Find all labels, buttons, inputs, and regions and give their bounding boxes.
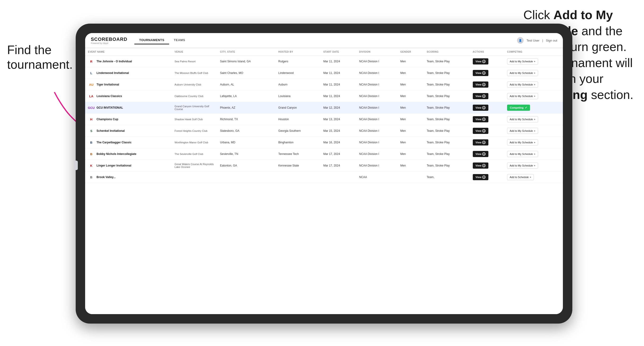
hosted-by-cell: Georgia Southern <box>276 125 320 137</box>
table-row: B The Carpetbagger Classic Worthington M… <box>85 137 563 148</box>
venue-cell: The Sevierville Golf Club <box>172 148 217 160</box>
action-cell: View ⊙ <box>470 79 504 90</box>
col-event-name: EVENT NAME <box>85 48 172 56</box>
add-schedule-button[interactable]: Add to Schedule + <box>507 174 534 180</box>
add-schedule-button[interactable]: Add to My Schedule + <box>507 163 538 169</box>
view-icon: ⊙ <box>482 175 486 179</box>
division-cell: NCAA Division I <box>356 114 398 125</box>
team-logo: LA <box>88 93 94 99</box>
competing-cell: Add to My Schedule + <box>504 125 563 137</box>
division-cell: NCAA Division I <box>356 56 398 67</box>
gender-cell: Men <box>398 125 424 137</box>
scoring-cell: Team, Stroke Play <box>424 102 470 114</box>
hosted-by-cell: Houston <box>276 114 320 125</box>
action-cell: View ⊙ <box>470 160 504 172</box>
check-icon: ✓ <box>525 106 527 109</box>
sidebar-toggle[interactable] <box>74 161 78 170</box>
add-schedule-label: Add to My Schedule <box>510 72 533 74</box>
view-button[interactable]: View ⊙ <box>473 105 488 111</box>
view-icon: ⊙ <box>482 118 486 121</box>
division-cell: NCAA Division I <box>356 102 398 114</box>
scoring-cell: Team, Stroke Play <box>424 56 470 67</box>
col-division: DIVISION <box>356 48 398 56</box>
view-button[interactable]: View ⊙ <box>473 81 488 88</box>
event-name-cell: B The Carpetbagger Classic <box>85 137 172 148</box>
add-schedule-button[interactable]: Add to My Schedule + <box>507 70 538 76</box>
scoring-cell: Team, <box>424 172 470 183</box>
view-button[interactable]: View ⊙ <box>473 163 488 169</box>
start-date-cell: Mar 11, 2024 <box>320 90 356 102</box>
add-schedule-label: Add to My Schedule <box>510 83 533 86</box>
table-row: H Champions Cup Shadow Hawk Golf Club Ri… <box>85 114 563 125</box>
view-icon: ⊙ <box>482 152 486 156</box>
table-row: LA Louisiana Classics Oakbourne Country … <box>85 90 563 102</box>
col-gender: GENDER <box>398 48 424 56</box>
gender-cell <box>398 172 424 183</box>
view-button[interactable]: View ⊙ <box>473 93 488 99</box>
view-button[interactable]: View ⊙ <box>473 58 488 64</box>
view-button[interactable]: View ⊙ <box>473 139 488 146</box>
plus-icon: + <box>534 83 535 86</box>
event-name: Schenkel Invitational <box>96 129 125 133</box>
col-scoring: SCORING <box>424 48 470 56</box>
col-city-state: CITY, STATE <box>217 48 276 56</box>
add-schedule-button[interactable]: Add to My Schedule + <box>507 151 538 157</box>
division-cell: NCAA <box>356 172 398 183</box>
nav-tabs: TOURNAMENTS TEAMS <box>134 36 190 44</box>
city-state-cell: Statesboro, GA <box>217 125 276 137</box>
tab-teams[interactable]: TEAMS <box>169 36 190 44</box>
view-button[interactable]: View ⊙ <box>473 70 488 76</box>
start-date-cell: Mar 11, 2024 <box>320 79 356 90</box>
view-button[interactable]: View ⊙ <box>473 151 488 157</box>
start-date-cell: Mar 17, 2024 <box>320 160 356 172</box>
scoring-cell: Team, Stroke Play <box>424 160 470 172</box>
event-name-cell: S Schenkel Invitational <box>85 125 172 137</box>
view-icon: ⊙ <box>482 129 486 133</box>
competing-cell: Competing ✓ <box>504 102 563 114</box>
hosted-by-cell <box>276 172 320 183</box>
view-button[interactable]: View ⊙ <box>473 174 488 180</box>
venue-cell: Grand Canyon University Golf Course <box>172 102 217 114</box>
division-cell: NCAA Division I <box>356 90 398 102</box>
view-icon: ⊙ <box>482 141 486 144</box>
col-venue: VENUE <box>172 48 217 56</box>
app-header: SCOREBOARD Powered by clippd TOURNAMENTS… <box>85 33 563 48</box>
tab-tournaments[interactable]: TOURNAMENTS <box>134 36 169 44</box>
view-button[interactable]: View ⊙ <box>473 128 488 134</box>
event-name-cell: B Brook Valley... <box>85 172 172 183</box>
venue-cell: Worthington Manor Golf Club <box>172 137 217 148</box>
add-schedule-button[interactable]: Add to My Schedule + <box>507 139 538 146</box>
start-date-cell: Mar 11, 2024 <box>320 56 356 67</box>
view-icon: ⊙ <box>482 106 486 109</box>
plus-icon: + <box>534 153 535 156</box>
table-container[interactable]: EVENT NAME VENUE CITY, STATE HOSTED BY S… <box>85 48 563 314</box>
add-schedule-button[interactable]: Add to My Schedule + <box>507 81 538 88</box>
city-state-cell: Auburn, AL <box>217 79 276 90</box>
action-cell: View ⊙ <box>470 102 504 114</box>
event-name: GCU INVITATIONAL <box>96 106 123 109</box>
action-cell: View ⊙ <box>470 90 504 102</box>
add-schedule-button[interactable]: Add to My Schedule + <box>507 116 538 122</box>
start-date-cell: Mar 15, 2024 <box>320 125 356 137</box>
view-button[interactable]: View ⊙ <box>473 116 488 122</box>
venue-cell: Shadow Hawk Golf Club <box>172 114 217 125</box>
scoring-cell: Team, Stroke Play <box>424 148 470 160</box>
add-schedule-button[interactable]: Add to My Schedule + <box>507 58 538 64</box>
event-name-cell: B Bobby Nichols Intercollegiate <box>85 148 172 160</box>
add-schedule-label: Add to My Schedule <box>510 129 533 132</box>
add-schedule-button[interactable]: Add to My Schedule + <box>507 128 538 134</box>
competing-button[interactable]: Competing ✓ <box>507 105 530 111</box>
action-cell: View ⊙ <box>470 56 504 67</box>
view-icon: ⊙ <box>482 83 486 86</box>
event-name-cell: K Linger Longer Invitational <box>85 160 172 172</box>
sign-out-link[interactable]: Sign out <box>546 39 557 42</box>
event-name: Bobby Nichols Intercollegiate <box>96 152 136 156</box>
add-schedule-button[interactable]: Add to My Schedule + <box>507 93 538 99</box>
table-row: S Schenkel Invitational Forest Heights C… <box>85 125 563 137</box>
start-date-cell: Mar 12, 2024 <box>320 102 356 114</box>
tablet-screen: SCOREBOARD Powered by clippd TOURNAMENTS… <box>85 33 563 314</box>
start-date-cell: Mar 11, 2024 <box>320 67 356 79</box>
gender-cell: Men <box>398 137 424 148</box>
plus-icon: + <box>534 95 535 98</box>
event-name-cell: L Lindenwood Invitational <box>85 67 172 79</box>
